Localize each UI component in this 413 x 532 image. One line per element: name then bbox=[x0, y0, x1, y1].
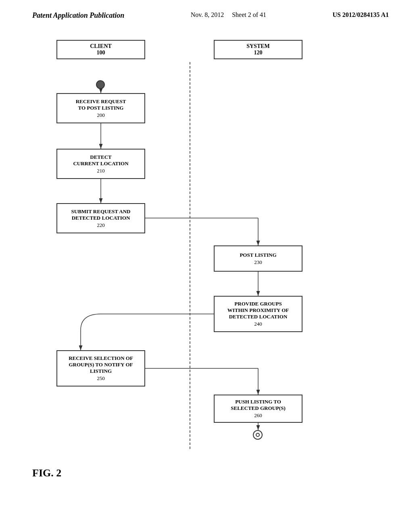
pub-date: Nov. 8, 2012 bbox=[191, 11, 224, 18]
submit-num: 220 bbox=[97, 222, 105, 229]
receive-request-line1: RECEIVE REQUEST bbox=[76, 98, 126, 105]
detect-line2: CURRENT LOCATION bbox=[73, 160, 128, 167]
submit-request-box: SUBMIT REQUEST AND DETECTED LOCATION 220 bbox=[56, 203, 145, 233]
swimlane-container: CLIENT 100 SYSTEM 120 RECEIVE REQUEST TO… bbox=[32, 40, 363, 463]
receive-request-box: RECEIVE REQUEST TO POST LISTING 200 bbox=[56, 93, 145, 123]
selection-line2: GROUP(S) TO NOTIFY OF bbox=[69, 362, 133, 368]
end-symbol-inner bbox=[256, 433, 260, 437]
post-listing-box: POST LISTING 230 bbox=[214, 245, 302, 272]
provide-line3: DETECTED LOCATION bbox=[229, 314, 288, 320]
figure-label: FIG. 2 bbox=[32, 467, 61, 479]
client-column-header: CLIENT 100 bbox=[56, 40, 145, 59]
end-symbol bbox=[253, 430, 263, 440]
detect-line1: DETECT bbox=[90, 154, 111, 160]
system-column-header: SYSTEM 120 bbox=[214, 40, 302, 59]
diagram-area: CLIENT 100 SYSTEM 120 RECEIVE REQUEST TO… bbox=[0, 28, 413, 491]
push-line2: SELECTED GROUP(S) bbox=[231, 405, 285, 411]
header-center: Nov. 8, 2012 Sheet 2 of 41 bbox=[191, 11, 266, 19]
receive-request-num: 200 bbox=[97, 112, 105, 118]
client-number: 100 bbox=[62, 50, 140, 56]
selection-line1: RECEIVE SELECTION OF bbox=[69, 355, 133, 362]
detect-location-box: DETECT CURRENT LOCATION 210 bbox=[56, 149, 145, 179]
post-line1: POST LISTING bbox=[240, 252, 276, 258]
system-number: 120 bbox=[219, 50, 297, 56]
provide-groups-box: PROVIDE GROUPS WITHIN PROXIMITY OF DETEC… bbox=[214, 296, 302, 332]
submit-line1: SUBMIT REQUEST AND bbox=[71, 208, 131, 215]
receive-selection-box: RECEIVE SELECTION OF GROUP(S) TO NOTIFY … bbox=[56, 350, 145, 387]
post-num: 230 bbox=[254, 259, 262, 266]
publication-title: Patent Application Publication bbox=[32, 11, 124, 20]
push-num: 260 bbox=[254, 412, 262, 419]
client-label: CLIENT bbox=[62, 43, 140, 50]
provide-line2: WITHIN PROXIMITY OF bbox=[227, 307, 289, 314]
detect-num: 210 bbox=[97, 168, 105, 174]
patent-number: US 2012/0284135 A1 bbox=[332, 11, 389, 19]
provide-num: 240 bbox=[254, 321, 262, 327]
push-listing-box: PUSH LISTING TO SELECTED GROUP(S) 260 bbox=[214, 395, 302, 423]
start-symbol bbox=[96, 80, 105, 89]
page-header: Patent Application Publication Nov. 8, 2… bbox=[0, 0, 413, 24]
system-label: SYSTEM bbox=[219, 43, 297, 50]
sheet-info: Sheet 2 of 41 bbox=[232, 11, 266, 18]
provide-line1: PROVIDE GROUPS bbox=[234, 301, 282, 307]
submit-line2: DETECTED LOCATION bbox=[72, 215, 130, 221]
selection-num: 250 bbox=[97, 375, 105, 382]
swimlane-divider bbox=[190, 62, 190, 449]
selection-line3: LISTING bbox=[90, 368, 112, 374]
push-line1: PUSH LISTING TO bbox=[235, 399, 281, 405]
receive-request-line2: TO POST LISTING bbox=[78, 105, 124, 111]
